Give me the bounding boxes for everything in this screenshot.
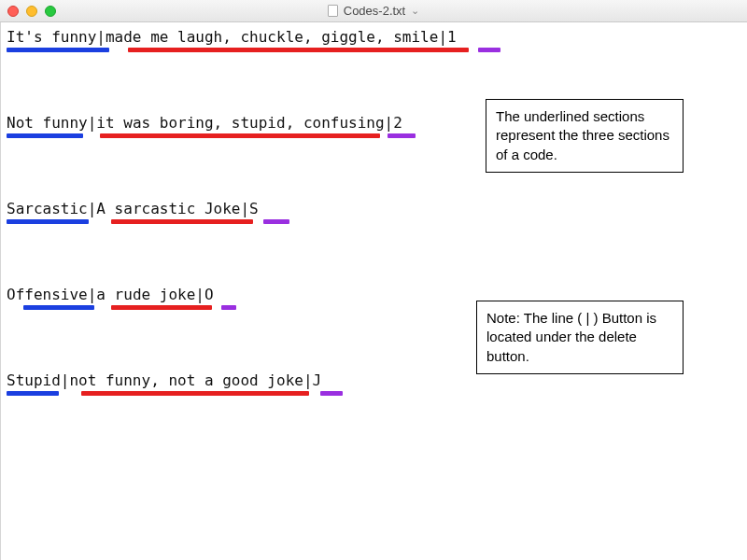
underline-blue	[7, 48, 109, 52]
underline-red	[128, 48, 469, 52]
annotation-text: The underlined sections represent the th…	[496, 108, 669, 162]
underline-purple	[221, 305, 236, 310]
underline-blue	[23, 305, 94, 310]
code-part-id: 2	[393, 114, 402, 132]
underline-blue	[7, 133, 83, 138]
annotation-note: Note: The line ( | ) Button is located u…	[476, 301, 684, 374]
code-part-id: O	[204, 286, 214, 303]
code-part-desc: a rude joke	[96, 286, 195, 303]
code-part-desc: it was boring, stupid, confusing	[96, 114, 384, 132]
maximize-button[interactable]	[45, 6, 56, 17]
code-part-id: J	[313, 371, 322, 389]
underline-red	[100, 133, 380, 138]
code-line: Sarcastic|A sarcastic Joke|S	[7, 200, 741, 217]
underline-purple	[478, 48, 500, 52]
window-filename: Codes-2.txt	[344, 4, 405, 18]
code-part-label: Sarcastic	[7, 200, 88, 217]
code-part-desc: A sarcastic Joke	[96, 200, 240, 217]
close-button[interactable]	[7, 6, 19, 17]
underline-purple	[263, 219, 289, 224]
document-icon	[328, 5, 338, 17]
code-part-label: Not funny	[7, 114, 88, 132]
code-block: Stupid|not funny, not a good joke|J	[7, 371, 741, 396]
minimize-button[interactable]	[26, 6, 37, 17]
annotation-note: The underlined sections represent the th…	[486, 99, 684, 173]
window-titlebar: Codes-2.txt ⌄	[0, 0, 747, 22]
underline-purple	[320, 391, 343, 396]
underline-red	[81, 391, 309, 396]
code-part-id: S	[249, 200, 259, 217]
code-part-id: 1	[447, 28, 457, 46]
underline-purple	[388, 133, 416, 138]
traffic-lights	[0, 6, 56, 17]
code-block: It's funny|made me laugh, chuckle, giggl…	[7, 28, 741, 52]
code-line: It's funny|made me laugh, chuckle, giggl…	[7, 28, 741, 46]
underline-red	[111, 305, 212, 310]
annotation-text: Note: The line ( | ) Button is located u…	[486, 310, 656, 364]
code-part-desc: not funny, not a good joke	[69, 371, 303, 389]
underline-row	[7, 48, 741, 52]
code-part-label: Offensive	[7, 286, 88, 303]
code-line: Stupid|not funny, not a good joke|J	[7, 371, 741, 389]
title-center: Codes-2.txt ⌄	[0, 4, 747, 18]
underline-red	[111, 219, 253, 224]
code-part-label: It's funny	[7, 28, 96, 46]
code-part-label: Stupid	[7, 371, 61, 389]
chevron-down-icon: ⌄	[411, 5, 419, 17]
underline-row	[7, 391, 741, 396]
code-block: Sarcastic|A sarcastic Joke|S	[7, 200, 741, 224]
underline-row	[7, 219, 741, 224]
code-part-desc: made me laugh, chuckle, giggle, smile	[106, 28, 438, 46]
underline-blue	[7, 391, 59, 396]
underline-blue	[7, 219, 89, 224]
